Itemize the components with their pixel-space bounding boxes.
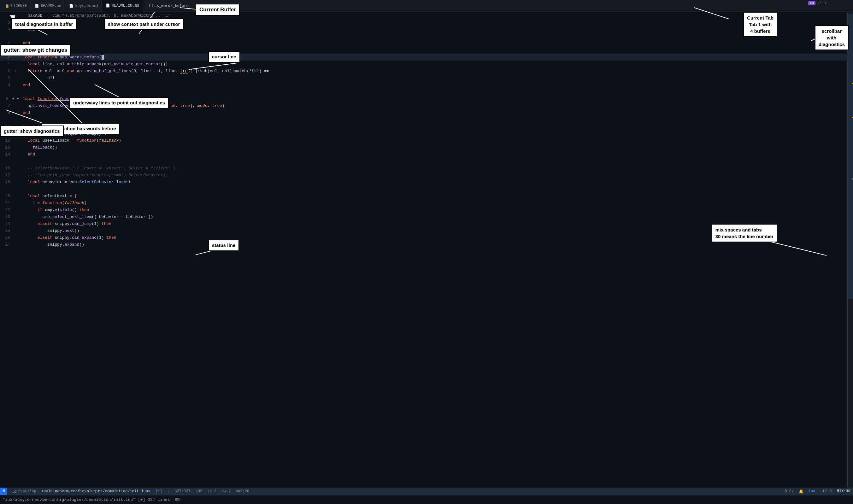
gutter-row-16: 16: [0, 165, 20, 172]
code-line-21: i = function(fallback): [20, 199, 847, 206]
line-num-rel2: 2: [0, 69, 13, 73]
code-pattern: '%s': [249, 69, 259, 73]
code-function4: function: [77, 138, 96, 143]
tab-keymaps[interactable]: 📄 keymaps.md: [65, 0, 102, 12]
code-dot1: .: [111, 62, 114, 67]
code-col2: col: [45, 69, 52, 73]
code-usefallback: useFallback: [42, 138, 69, 143]
code-line-27: local function has_words_before(): [20, 54, 847, 60]
code-return2: return: [23, 69, 45, 73]
code-snippy3: snippy: [23, 228, 62, 233]
code-paren-ce-close: ): [102, 235, 107, 240]
code-line-blank3: [20, 88, 847, 95]
code-buf-get-lines: nvim_buf_get_lines: [87, 69, 131, 73]
code-comma7: ,: [175, 104, 180, 108]
code-elseif2: elseif: [23, 235, 55, 240]
annotation-context-text: show context path under cursor: [108, 21, 180, 27]
line-num-3: 3: [0, 20, 13, 25]
annotation-git-text: gutter: show git changes: [4, 47, 67, 53]
code-comma: ,: [52, 62, 57, 67]
code-elseif1: elseif: [23, 221, 55, 226]
code-maxabb: maxAbb: [23, 13, 42, 18]
code-dot9: .: [69, 221, 72, 226]
annotation-buffer-text: Current Buffer: [199, 7, 236, 13]
code-line-blank2: [20, 47, 847, 54]
tab-license[interactable]: 🔒 LICENSE: [1, 0, 31, 12]
code-local7: local: [23, 180, 42, 184]
code-then: then: [79, 208, 89, 212]
code-api3: api: [23, 104, 35, 108]
code-ellipsis: …: [166, 13, 168, 18]
code-comment1: -- SelectBehavior : { Insert = "insert",…: [23, 166, 175, 170]
code-dot3: .: [35, 104, 38, 108]
line-num-21: 21: [0, 201, 13, 205]
code-line-rel2: return col ~= 0 and api.nvim_buf_get_lin…: [20, 68, 847, 74]
code-fallback-call: fallback: [23, 145, 52, 150]
line-num-6: 6: [0, 96, 11, 101]
code-behavior: behavior: [42, 180, 62, 184]
code-mode2: mode: [197, 104, 207, 108]
code-end4: end: [23, 110, 30, 115]
cmd-line: "lua/adoyle-neovim-config/plugins/comple…: [0, 495, 853, 504]
scrollbar-thumb[interactable]: [848, 14, 853, 299]
code-line-19: [20, 185, 847, 192]
code-eq5: = {: [67, 194, 77, 198]
code-line-maxabb: maxAbb = vim.fn.strcharpart(abbr, 0, max…: [20, 12, 847, 19]
annotation-gutter-diag: gutter: show diagnostics: [0, 126, 64, 137]
code-paren-open: (: [99, 55, 102, 60]
line-num-7: 7: [0, 104, 13, 108]
code-eq4: =: [62, 180, 69, 184]
annotation-cursor-line: cursor line: [208, 51, 240, 62]
code-paren-uf: (: [96, 138, 99, 143]
code-1: 1: [158, 69, 161, 73]
line-num-17: 17: [0, 173, 13, 178]
gutter-row-rel1: 1: [0, 60, 20, 68]
code-local3: local: [23, 96, 38, 101]
code-and: and: [65, 69, 77, 73]
code-dot6: .: [114, 180, 117, 184]
status-sw: sw:2: [221, 489, 231, 493]
annotation-scrollbar-text: scrollbar with diagnostics: [819, 29, 845, 47]
status-encoding: utf-8: [820, 489, 832, 493]
scrollbar[interactable]: [847, 12, 853, 488]
status-size: 8.8k: [784, 489, 794, 493]
code-paren-ce: (: [96, 235, 99, 240]
code-function2: function: [38, 96, 60, 101]
code-can-expand: can_expand: [72, 235, 96, 240]
tab-label-readme-zh: README.zh.md: [112, 3, 139, 8]
code-end3: end: [23, 83, 30, 87]
code-table-unpack: table.unpack: [72, 62, 102, 67]
code-area[interactable]: maxAbb = vim.fn.strcharpart(abbr, 0, max…: [20, 12, 847, 488]
code-cmp3: cmp: [23, 214, 50, 219]
code-line3: line: [166, 69, 175, 73]
code-if: if: [23, 208, 45, 212]
tab-label-readme: README.md: [41, 4, 61, 8]
gutter-row-19: [0, 185, 20, 192]
code-line-17: -- :lua print(vim.inspect(require('cmp')…: [20, 172, 847, 179]
code-local8: local: [23, 194, 42, 198]
code-nil: nil: [23, 76, 55, 80]
gutter-row-blank2: [0, 33, 20, 40]
annotation-underwavy: underwavy lines to point out diagnostics: [69, 97, 169, 108]
code-line2: line: [141, 69, 151, 73]
code-paren-sni: ({: [91, 214, 99, 219]
code-1b: 1: [99, 235, 102, 240]
code-true3: true: [180, 104, 190, 108]
status-mix: MIX:30: [837, 489, 851, 493]
annotation-status-text: status line: [212, 242, 235, 248]
tab-readme-zh[interactable]: 📄 README.zh.md: [102, 0, 143, 12]
gutter-row-23: 23: [0, 213, 20, 220]
annotation-status-line: status line: [208, 240, 239, 251]
code-select-next: select_next_item: [52, 214, 92, 219]
code-dot12: .: [62, 242, 65, 247]
code-api2: api: [77, 69, 84, 73]
code-local6: local: [23, 138, 42, 143]
code-line-16: -- SelectBehavior : { Insert = "insert",…: [20, 165, 847, 172]
tab-readme[interactable]: 📄 README.md: [31, 0, 65, 12]
code-line-20: local selectNext = {: [20, 192, 847, 199]
line-num-14: 14: [0, 152, 13, 157]
gutter-row-8: 8: [0, 109, 20, 116]
line-num-20: 20: [0, 194, 13, 198]
code-comma4: ,: [175, 69, 180, 73]
code-paren5: (: [247, 69, 249, 73]
